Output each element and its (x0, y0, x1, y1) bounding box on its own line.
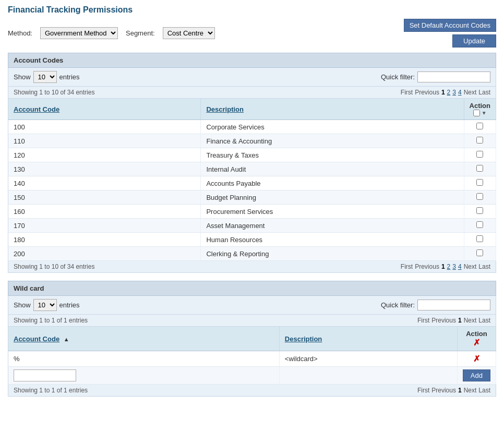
ac-row-description: Procurement Services (201, 205, 464, 219)
ac-row-action (464, 190, 496, 205)
wc-new-code-input[interactable] (14, 369, 76, 381)
update-button[interactable]: Update (452, 34, 496, 47)
segment-select[interactable]: Cost Centre (163, 27, 215, 39)
ac-row-description: Budget Planning (201, 190, 464, 205)
ac-page-4-top[interactable]: 4 (458, 89, 462, 96)
ac-page-2-top[interactable]: 2 (447, 89, 451, 96)
show-entries-ac: Show 10 25 50 entries (14, 71, 80, 83)
ac-row-action (464, 219, 496, 233)
ac-page-1-bottom[interactable]: 1 (441, 263, 445, 270)
wc-previous-bottom[interactable]: Previous (431, 387, 456, 394)
ac-row-checkbox[interactable] (476, 249, 483, 256)
ac-showing-bottom: Showing 1 to 10 of 34 entries (14, 263, 401, 270)
wc-first-top[interactable]: First (417, 317, 429, 324)
ac-table-row: 200 Clerking & Reporting (8, 247, 496, 261)
ac-row-action (464, 176, 496, 190)
ac-row-checkbox[interactable] (476, 151, 483, 158)
ac-row-checkbox[interactable] (476, 207, 483, 214)
set-default-account-button[interactable]: Set Default Account Codes (404, 19, 496, 32)
wc-pagination-bottom: Showing 1 to 1 of 1 entries First Previo… (8, 385, 496, 397)
ac-next-top[interactable]: Next (464, 89, 477, 96)
ac-col-code-link[interactable]: Account Code (14, 105, 59, 113)
ac-row-description: Human Resources (201, 233, 464, 247)
quick-filter-input-wc[interactable] (417, 300, 490, 310)
wc-next-top[interactable]: Next (464, 317, 477, 324)
ac-table-row: 120 Treasury & Taxes (8, 148, 496, 162)
wc-add-button[interactable]: Add (463, 369, 490, 381)
ac-table-row: 100 Corporate Services (8, 120, 496, 134)
ac-row-code: 160 (8, 205, 201, 219)
wc-col-code: Account Code ▲ (8, 327, 280, 351)
ac-row-action (464, 205, 496, 219)
wc-page-1-bottom[interactable]: 1 (458, 387, 462, 394)
ac-row-checkbox[interactable] (476, 179, 483, 186)
method-select[interactable]: Government Method (40, 27, 118, 39)
show-select-wc[interactable]: 10 25 50 (33, 299, 57, 311)
ac-row-description: Accounts Payable (201, 176, 464, 190)
ac-row-checkbox[interactable] (476, 165, 483, 172)
ac-row-checkbox[interactable] (476, 221, 483, 228)
wc-last-top[interactable]: Last (478, 317, 490, 324)
wc-showing-top: Showing 1 to 1 of 1 entries (14, 317, 417, 324)
ac-col-description-link[interactable]: Description (206, 105, 244, 113)
wc-col-action: Action ✗ (457, 327, 496, 351)
ac-table-row: 160 Procurement Services (8, 205, 496, 219)
ac-col-action: Action ▼ (464, 99, 496, 120)
wc-page-1-top[interactable]: 1 (458, 317, 462, 324)
ac-page-4-bottom[interactable]: 4 (458, 263, 462, 270)
ac-page-3-bottom[interactable]: 3 (452, 263, 456, 270)
ac-row-code: 170 (8, 219, 201, 233)
ac-row-code: 110 (8, 134, 201, 148)
ac-row-checkbox[interactable] (476, 123, 483, 129)
top-bar-right: Set Default Account Codes Update (404, 19, 496, 47)
show-entries-wc: Show 10 25 50 entries (14, 299, 80, 311)
wc-next-bottom[interactable]: Next (464, 387, 477, 394)
ac-row-description: Corporate Services (201, 120, 464, 134)
ac-row-checkbox[interactable] (476, 193, 483, 200)
wc-delete-icon[interactable]: ✗ (473, 354, 480, 363)
ac-row-checkbox[interactable] (476, 235, 483, 242)
ac-previous-top[interactable]: Previous (415, 89, 439, 96)
show-label-ac: Show (14, 73, 31, 81)
ac-row-code: 120 (8, 148, 201, 162)
wc-action-header-label: Action (463, 330, 490, 338)
wc-first-bottom[interactable]: First (417, 387, 429, 394)
ac-row-code: 100 (8, 120, 201, 134)
ac-next-bottom[interactable]: Next (464, 263, 477, 270)
ac-last-top[interactable]: Last (478, 89, 490, 96)
ac-page-2-bottom[interactable]: 2 (447, 263, 451, 270)
wc-row-description: <wildcard> (279, 351, 457, 367)
ac-row-code: 150 (8, 190, 201, 205)
ac-table-row: 140 Accounts Payable (8, 176, 496, 190)
wc-col-code-link[interactable]: Account Code (14, 335, 59, 343)
wc-previous-top[interactable]: Previous (431, 317, 456, 324)
wc-last-bottom[interactable]: Last (478, 387, 490, 394)
ac-first-top[interactable]: First (401, 89, 413, 96)
ac-page-3-top[interactable]: 3 (452, 89, 456, 96)
ac-page-1-top[interactable]: 1 (441, 89, 445, 96)
ac-table-header-row: Account Code Description Action ▼ (8, 99, 496, 120)
wc-col-description-link[interactable]: Description (285, 335, 322, 343)
segment-label: Segment: (126, 29, 155, 37)
quick-filter-ac: Quick filter: (381, 71, 490, 82)
ac-row-checkbox[interactable] (476, 137, 483, 144)
wc-col-description: Description (279, 327, 457, 351)
quick-filter-input-ac[interactable] (417, 71, 490, 82)
ac-last-bottom[interactable]: Last (478, 263, 490, 270)
wc-new-desc-cell (279, 367, 457, 385)
ac-first-bottom[interactable]: First (401, 263, 413, 270)
ac-row-code: 130 (8, 162, 201, 176)
entries-label-ac: entries (59, 73, 80, 81)
ac-row-action (464, 120, 496, 134)
wc-new-code-cell (8, 367, 280, 385)
ac-dropdown-arrow-icon[interactable]: ▼ (482, 110, 487, 116)
wc-pagination-links-top: First Previous 1 Next Last (417, 317, 490, 324)
ac-select-all-checkbox[interactable] (473, 110, 480, 116)
ac-previous-bottom[interactable]: Previous (415, 263, 439, 270)
show-select-ac[interactable]: 10 25 50 (33, 71, 57, 83)
ac-row-action (464, 148, 496, 162)
wc-table-header-row: Account Code ▲ Description Action ✗ (8, 327, 496, 351)
ac-row-action (464, 233, 496, 247)
show-label-wc: Show (14, 301, 31, 309)
wildcard-section-wrapper: Wild card Show 10 25 50 entries Quick fi… (8, 281, 496, 397)
